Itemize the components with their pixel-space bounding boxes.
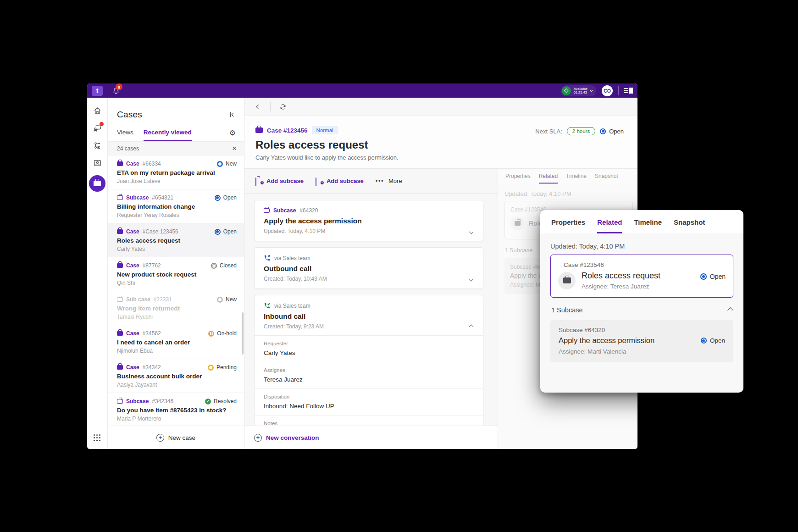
user-avatar[interactable]: CO xyxy=(602,85,613,96)
refresh-button[interactable] xyxy=(278,102,288,112)
main-toolbar xyxy=(244,98,637,116)
availability-text: Available 01:25:43 xyxy=(574,87,587,94)
panel-toggle-icon[interactable] xyxy=(624,88,633,94)
briefcase-icon xyxy=(510,216,524,230)
case-count-bar: 24 cases × xyxy=(108,142,244,155)
tab-snapshot[interactable]: Snapshot xyxy=(595,173,618,184)
case-number: Case #123546 xyxy=(558,261,726,268)
briefcase-icon xyxy=(117,263,123,268)
inbound-call-card[interactable]: via Sales team Inbound call Created: Tod… xyxy=(254,295,483,426)
talkdesk-logo[interactable]: t xyxy=(92,86,103,96)
availability-dropdown[interactable]: Available 01:25:43 xyxy=(561,85,596,96)
plus-icon xyxy=(156,434,164,442)
case-subtitle: Carly Yates would like to apply the acce… xyxy=(255,154,626,161)
sidebar-item-cases-active[interactable] xyxy=(89,175,105,192)
collapse-button[interactable] xyxy=(728,306,732,314)
case-status[interactable]: Open xyxy=(600,128,624,135)
related-subcase-card[interactable]: Subcase #64320 Apply the access permissi… xyxy=(550,320,733,362)
tab-related[interactable]: Related xyxy=(539,173,558,184)
list-item[interactable]: Case #87762 Closed New product stock req… xyxy=(108,257,244,291)
tab-properties[interactable]: Properties xyxy=(551,218,585,233)
case-header: Case #123456 Normal Roles access request… xyxy=(244,116,637,169)
briefcase-plus-icon: + xyxy=(255,178,263,184)
subcase-count: 1 Subcase xyxy=(551,306,583,314)
tab-timeline[interactable]: Timeline xyxy=(566,173,587,184)
status-badge: Pending xyxy=(208,364,237,371)
close-icon[interactable]: × xyxy=(232,144,237,152)
new-conversation-button[interactable]: New conversation xyxy=(254,434,319,442)
tab-timeline[interactable]: Timeline xyxy=(634,218,662,233)
status-dot xyxy=(208,331,214,337)
topbar-divider xyxy=(618,86,619,95)
back-button[interactable] xyxy=(253,102,263,112)
outbound-meta: Created: Today, 10:43 AM xyxy=(264,276,474,282)
status-available-icon xyxy=(562,86,571,95)
list-item[interactable]: Subcase #654321 Open Billing information… xyxy=(108,189,244,223)
case-title: Roles access request xyxy=(255,139,626,151)
logo-letter: t xyxy=(96,87,99,94)
side-panel-tabs: Properties Related Timeline Snapshot xyxy=(498,169,637,184)
add-subcase-button[interactable]: + Add subcase xyxy=(255,177,304,184)
outbound-call-icon xyxy=(264,255,271,261)
expand-button[interactable] xyxy=(470,227,473,235)
list-item-selected[interactable]: Case #Case 123456 Open Roles access requ… xyxy=(108,223,244,257)
add-subcase-button-2[interactable]: + Add subcase xyxy=(316,177,364,184)
collapse-button[interactable] xyxy=(470,322,473,330)
status-badge: New xyxy=(217,161,237,167)
tab-properties[interactable]: Properties xyxy=(505,173,531,184)
chevron-left-icon xyxy=(255,104,261,110)
tab-views[interactable]: Views xyxy=(117,124,133,141)
overlay-tabs: Properties Related Timeline Snapshot xyxy=(540,210,743,233)
status-dot xyxy=(701,338,707,344)
status-badge: Open xyxy=(215,194,237,201)
chevron-down-icon xyxy=(590,88,593,91)
list-item[interactable]: Case #34562 On-hold I need to cancel an … xyxy=(108,325,244,359)
list-item[interactable]: Case #66334 New ETA on my return package… xyxy=(108,155,244,189)
list-item[interactable]: Case #34342 Pending Business account bul… xyxy=(108,359,244,393)
status-badge: Closed xyxy=(211,262,237,269)
sidebar-item-contacts[interactable] xyxy=(92,158,102,168)
tab-recently-viewed[interactable]: Recently viewed xyxy=(144,124,192,141)
outbound-call-card[interactable]: via Sales team Outbound call Created: To… xyxy=(254,247,483,289)
case-list: Case #66334 New ETA on my return package… xyxy=(108,155,244,426)
notifications-button[interactable]: 8 xyxy=(111,86,121,96)
new-case-button[interactable]: New case xyxy=(156,434,195,442)
sla-pill: 2 hours xyxy=(567,127,595,135)
tab-snapshot[interactable]: Snapshot xyxy=(674,218,705,233)
status-dot xyxy=(211,263,217,269)
status-badge: Open xyxy=(215,228,237,235)
sidebar-item-workflows[interactable] xyxy=(92,140,102,150)
sidebar-item-conversations[interactable] xyxy=(92,123,102,133)
scrollbar[interactable] xyxy=(242,312,244,355)
subcase-meta: Updated: Today, 4:10 PM xyxy=(264,228,474,234)
status-dot xyxy=(217,161,223,167)
collapse-panel-icon[interactable] xyxy=(228,111,236,118)
case-title: Roles access request xyxy=(582,271,694,281)
status-dot xyxy=(700,273,707,280)
overlay-body: Updated: Today, 4:10 PM Case #123546 Rol… xyxy=(540,233,743,393)
related-case-card[interactable]: Case #123546 Roles access request Assign… xyxy=(550,255,733,298)
gear-icon[interactable]: ⚙ xyxy=(229,129,236,137)
field-notes: Notes Carly explained the reason for the… xyxy=(255,416,483,426)
briefcase-icon xyxy=(117,297,123,302)
subcase-card[interactable]: Subcase #64320 Apply the access permissi… xyxy=(254,200,483,241)
inbound-meta: Created: Today, 9:23 AM xyxy=(264,323,474,330)
cases-tabs: Views Recently viewed ⚙ xyxy=(108,124,244,142)
more-button[interactable]: ••• More xyxy=(376,177,402,184)
status-dot xyxy=(215,195,221,201)
sidebar-item-home[interactable] xyxy=(92,105,102,116)
list-item-muted[interactable]: Sub case #22331 New Wrong item returnedt… xyxy=(108,291,244,325)
conversation-column: + Add subcase + Add subcase ••• More xyxy=(244,169,498,449)
briefcase-icon xyxy=(117,195,123,200)
inbound-title: Inbound call xyxy=(264,312,474,321)
status-dot xyxy=(208,365,214,371)
conversation-cards: Subcase #64320 Apply the access permissi… xyxy=(244,194,498,426)
expand-button[interactable] xyxy=(470,274,473,283)
apps-grid-icon[interactable] xyxy=(94,434,101,442)
tab-related[interactable]: Related xyxy=(597,218,622,233)
subcase-title: Apply the access permission xyxy=(264,217,474,225)
top-bar: t 8 Available 01:25:43 CO xyxy=(87,83,637,98)
notification-badge: 8 xyxy=(116,83,122,90)
list-item[interactable]: Subcase #342346 Resolved Do you have ite… xyxy=(108,393,244,426)
contact-card-icon xyxy=(93,159,102,167)
